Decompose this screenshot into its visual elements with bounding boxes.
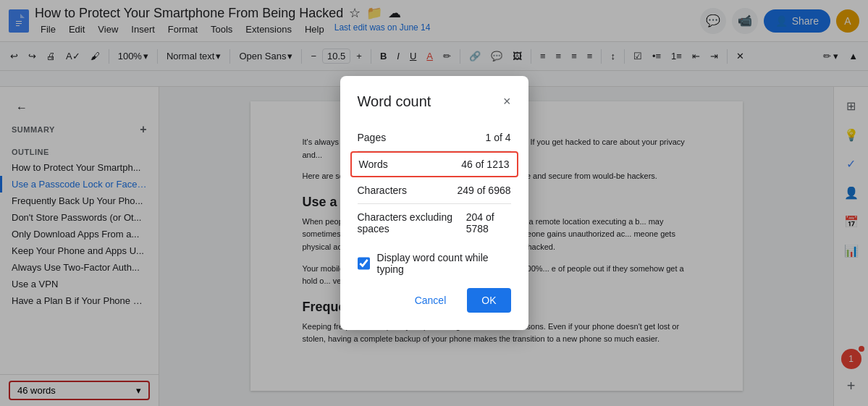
display-word-count-row: Display word count while typing — [358, 242, 511, 282]
modal-row-words: Words 46 of 1213 — [350, 151, 518, 177]
display-word-count-checkbox[interactable] — [358, 257, 370, 270]
display-word-count-label: Display word count while typing — [377, 252, 511, 275]
modal-row-pages: Pages 1 of 4 — [358, 124, 511, 151]
modal-close-button[interactable]: × — [503, 94, 511, 109]
chars-no-spaces-label: Characters excluding spaces — [358, 211, 466, 234]
modal-row-chars-no-spaces: Characters excluding spaces 204 of 5788 — [358, 204, 511, 242]
word-count-modal: Word count × Pages 1 of 4 Words 46 of 12… — [340, 76, 528, 330]
words-value: 46 of 1213 — [461, 158, 509, 170]
cancel-button[interactable]: Cancel — [403, 288, 459, 313]
modal-header: Word count × — [358, 93, 511, 110]
pages-label: Pages — [358, 132, 387, 143]
ok-button[interactable]: OK — [467, 288, 510, 313]
words-label: Words — [359, 158, 388, 170]
modal-overlay[interactable]: Word count × Pages 1 of 4 Words 46 of 12… — [0, 0, 868, 406]
modal-actions: Cancel OK — [358, 288, 511, 313]
pages-value: 1 of 4 — [485, 132, 510, 143]
characters-value: 249 of 6968 — [458, 185, 511, 196]
modal-title: Word count — [358, 93, 431, 110]
chars-no-spaces-value: 204 of 5788 — [466, 211, 511, 234]
characters-label: Characters — [358, 185, 407, 196]
modal-row-characters: Characters 249 of 6968 — [358, 177, 511, 204]
